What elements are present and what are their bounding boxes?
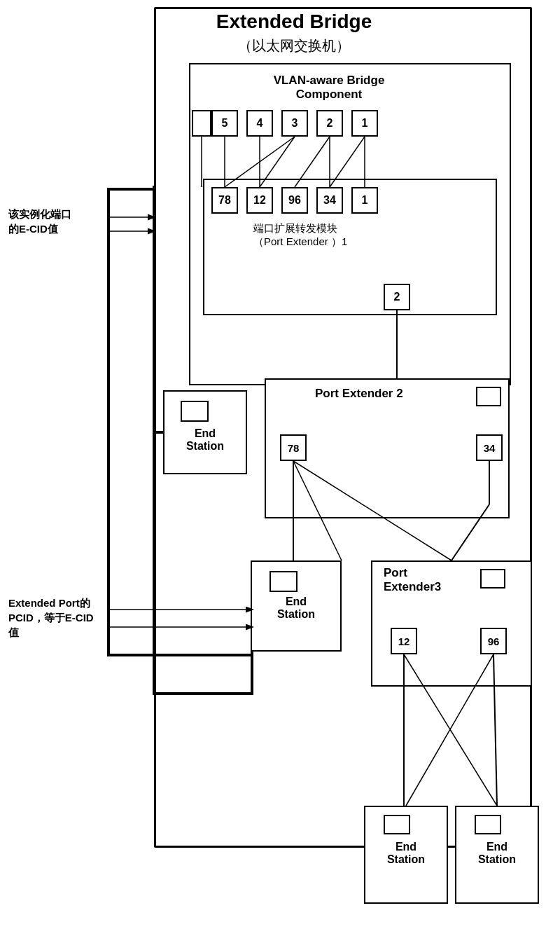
pe2-icon	[476, 387, 501, 406]
pe1-port-96: 96	[281, 187, 308, 214]
pe3-icon	[480, 569, 505, 589]
end-station-3-icon	[384, 815, 410, 834]
pe1-port-34: 34	[316, 187, 343, 214]
pe3-port-96: 96	[480, 628, 507, 654]
end-station-3-label: EndStation	[364, 841, 448, 866]
pe3-title: Port Extender3	[384, 566, 441, 594]
extended-bridge-title: Extended Bridge	[168, 11, 420, 33]
end-station-2-label: EndStation	[251, 596, 342, 621]
extended-bridge-subtitle: （以太网交换机）	[168, 36, 420, 55]
end-station-2-icon	[270, 571, 298, 592]
pe2-title: Port Extender 2	[315, 387, 403, 401]
vlan-title: VLAN-aware Bridge Component	[224, 74, 434, 102]
pe1-port-12: 12	[246, 187, 273, 214]
end-station-4-icon	[475, 815, 501, 834]
pcid-annotation: Extended Port的PCID，等于E-CID值	[8, 596, 94, 640]
vlan-port-5: 5	[211, 110, 238, 137]
pe1-port-1: 1	[351, 187, 378, 214]
ecid-annotation: 该实例化端口的E-CID值	[8, 207, 71, 236]
end-station-1-label: EndStation	[163, 427, 247, 453]
pe2-port-78: 78	[280, 434, 307, 461]
pe1-port-78: 78	[211, 187, 238, 214]
pe1-out-port-2: 2	[384, 284, 410, 310]
pe1-title: 端口扩展转发模块 （Port Extender ）1	[253, 222, 347, 249]
pe3-port-12: 12	[391, 628, 417, 654]
end-station-4-label: EndStation	[455, 841, 539, 866]
vlan-port-1: 1	[351, 110, 378, 137]
end-station-1-icon	[181, 401, 209, 422]
vlan-port-3: 3	[281, 110, 308, 137]
diagram: Extended Bridge （以太网交换机） VLAN-aware Brid…	[0, 0, 560, 929]
vlan-port-4: 4	[246, 110, 273, 137]
vlan-port-2: 2	[316, 110, 343, 137]
vlan-port-blank	[192, 110, 211, 137]
pe2-port-34: 34	[476, 434, 503, 461]
